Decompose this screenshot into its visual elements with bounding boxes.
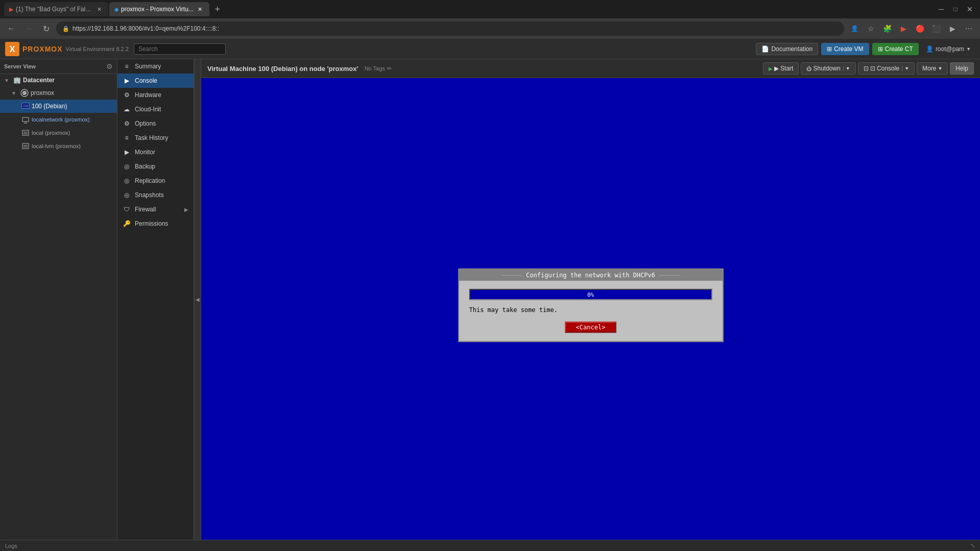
sidebar-item-datacenter[interactable]: ▼ 🏢 Datacenter	[0, 74, 117, 86]
svg-text:X: X	[10, 45, 15, 54]
topbar-search-input[interactable]	[134, 43, 226, 55]
node-icon	[20, 89, 29, 97]
svg-rect-10	[22, 130, 29, 135]
taskhistory-icon: ≡	[123, 134, 131, 141]
start-button[interactable]: ▶ ▶ Start	[763, 62, 799, 75]
firewall-label: Firewall	[135, 206, 156, 213]
action-bar: ▶ ▶ Start ⏻ Shutdown ▼ ⊡ ⊡ Console ▼ M	[763, 62, 974, 75]
menu-item-backup[interactable]: ◎ Backup	[117, 159, 194, 174]
menu-item-firewall[interactable]: 🛡 Firewall ▶	[117, 202, 194, 217]
menu-item-replication[interactable]: ◎ Replication	[117, 174, 194, 188]
more-button[interactable]: More ▼	[917, 62, 948, 75]
menu-item-hardware[interactable]: ⚙ Hardware	[117, 88, 194, 102]
bookmark-star[interactable]: ☆	[864, 21, 878, 36]
storage-icon-local	[21, 129, 30, 137]
menu-item-monitor[interactable]: ▶ Monitor	[117, 145, 194, 159]
shutdown-dropdown-icon[interactable]: ▼	[843, 66, 850, 71]
extensions-icon[interactable]: 🧩	[880, 21, 894, 36]
browser-tab-2[interactable]: ◆ proxmox - Proxmox Virtu... ✕	[109, 2, 209, 16]
summary-icon: ≡	[123, 63, 131, 70]
back-button[interactable]: ←	[4, 21, 18, 36]
tab1-close[interactable]: ✕	[95, 5, 103, 13]
browser-toolbar: ← → ↻ 🔒 https://192.168.1.96:8006/#v1:0=…	[0, 18, 980, 39]
window-minimize[interactable]: ─	[935, 3, 947, 15]
sidebar: Server View ⚙ ▼ 🏢 Datacenter ▼ proxmox	[0, 59, 117, 540]
svg-rect-15	[23, 147, 28, 148]
console-label: Console	[135, 77, 157, 84]
cloudinit-icon: ☁	[123, 106, 131, 113]
localnetwork-label: localnetwork (proxmox)	[32, 116, 90, 123]
menu-item-taskhistory[interactable]: ≡ Task History	[117, 131, 194, 145]
menu-item-options[interactable]: ⚙ Options	[117, 116, 194, 131]
console-dropdown-icon[interactable]: ▼	[902, 66, 909, 71]
snapshots-label: Snapshots	[135, 191, 164, 199]
address-bar[interactable]: 🔒 https://192.168.1.96:8006/#v1:0=qemu%2…	[56, 21, 844, 36]
menu-item-console[interactable]: ▶ Console	[117, 74, 194, 88]
help-button[interactable]: Help	[950, 62, 974, 75]
dialog-title-bar: Configuring the network with DHCPv6	[459, 270, 723, 281]
forward-button[interactable]: →	[21, 21, 36, 36]
sidebar-gear-icon[interactable]: ⚙	[106, 62, 113, 70]
svg-rect-14	[23, 145, 28, 146]
console-button[interactable]: ⊡ ⊡ Console ▼	[858, 62, 915, 75]
dialog-content: 0% This may take some time. <Cancel>	[459, 281, 723, 341]
refresh-button[interactable]: ↻	[39, 21, 53, 36]
extra-icon-1[interactable]: 🔴	[913, 21, 927, 36]
menu-item-permissions[interactable]: 🔑 Permissions	[117, 217, 194, 231]
tab2-favicon: ◆	[114, 6, 118, 13]
status-bar: Logs ⤡	[0, 540, 980, 551]
collapse-handle[interactable]: ◀	[194, 59, 201, 540]
dialog-cancel-button[interactable]: <Cancel>	[565, 322, 617, 333]
window-close[interactable]: ✕	[964, 3, 976, 15]
dialog-box: Configuring the network with DHCPv6 0% T…	[458, 269, 724, 342]
locallvm-label: local-lvm (proxmox)	[32, 143, 81, 149]
sidebar-item-proxmox[interactable]: ▼ proxmox	[0, 86, 117, 100]
youtube-icon[interactable]: ▶	[896, 21, 911, 36]
svg-rect-12	[23, 133, 28, 134]
menu-item-cloudinit[interactable]: ☁ Cloud-Init	[117, 102, 194, 116]
browser-tabs: ▶ (1) The "Bad Guys" of Fallo... ✕ ◆ pro…	[0, 0, 980, 18]
sidebar-item-localnetwork[interactable]: localnetwork (proxmox)	[0, 113, 117, 126]
create-vm-button[interactable]: ⊞ Create VM	[821, 43, 869, 55]
summary-label: Summary	[135, 63, 161, 70]
window-maximize[interactable]: □	[949, 3, 962, 15]
local-label: local (proxmox)	[32, 130, 70, 136]
documentation-button[interactable]: 📄 Documentation	[756, 43, 818, 55]
new-tab-button[interactable]: +	[210, 2, 225, 16]
cloudinit-label: Cloud-Init	[135, 106, 161, 113]
edit-tags-icon[interactable]: ✏	[387, 65, 392, 72]
profile-icon[interactable]: 👤	[847, 21, 862, 36]
console-btn-icon: ⊡	[864, 65, 869, 72]
tab2-title: proxmox - Proxmox Virtu...	[121, 6, 194, 13]
tab2-close[interactable]: ✕	[196, 5, 204, 13]
resize-handle[interactable]: ⤡	[970, 542, 975, 549]
menu-item-summary[interactable]: ≡ Summary	[117, 59, 194, 74]
proxmox-app: X PROXMOX Virtual Environment 8.2.2 📄 Do…	[0, 39, 980, 551]
create-ct-button[interactable]: ⊞ Create CT	[872, 43, 919, 55]
proxmox-node-label: proxmox	[31, 89, 54, 97]
logs-label[interactable]: Logs	[5, 543, 17, 549]
browser-tab-1[interactable]: ▶ (1) The "Bad Guys" of Fallo... ✕	[4, 2, 108, 16]
datacenter-icon: 🏢	[13, 77, 21, 84]
more-dropdown-icon[interactable]: ▼	[938, 66, 942, 71]
extra-icon-4[interactable]: ⋯	[962, 21, 976, 36]
sidebar-title: Server View	[4, 63, 36, 69]
storage-icon-lvm	[21, 142, 30, 150]
cancel-button-area: <Cancel>	[469, 322, 712, 333]
datacenter-label: Datacenter	[23, 77, 55, 84]
dialog-title-text: Configuring the network with DHCPv6	[526, 272, 655, 279]
menu-item-snapshots[interactable]: ◎ Snapshots	[117, 188, 194, 202]
sidebar-item-local[interactable]: local (proxmox)	[0, 126, 117, 139]
extra-icon-3[interactable]: ▶	[945, 21, 960, 36]
extra-icon-2[interactable]: ⬛	[929, 21, 943, 36]
sidebar-item-vm100[interactable]: VM 100 (Debian)	[0, 100, 117, 113]
middle-menu: ≡ Summary ▶ Console ⚙ Hardware ☁ Cloud-I…	[117, 59, 194, 540]
svg-rect-11	[23, 132, 28, 133]
console-view[interactable]: Configuring the network with DHCPv6 0% T…	[201, 78, 980, 540]
sidebar-item-locallvm[interactable]: local-lvm (proxmox)	[0, 139, 117, 153]
shutdown-button[interactable]: ⏻ Shutdown ▼	[801, 62, 855, 75]
user-dropdown-icon: ▼	[966, 46, 971, 52]
proxmox-env-text: Virtual Environment 8.2.2	[66, 46, 129, 52]
backup-label: Backup	[135, 163, 155, 170]
user-menu[interactable]: 👤 root@pam ▼	[922, 43, 975, 55]
